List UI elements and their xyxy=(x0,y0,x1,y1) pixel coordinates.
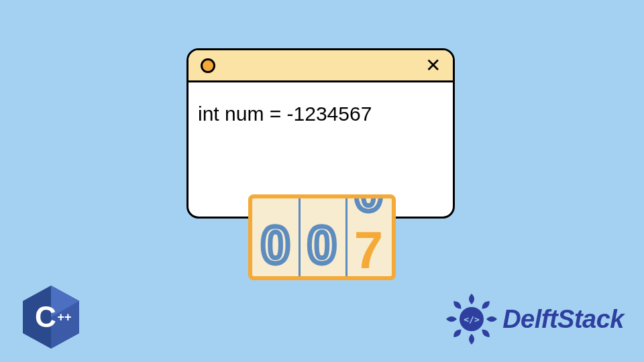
code-line: int num = -1234567 xyxy=(198,103,372,125)
cpp-logo-icon: C ++ xyxy=(23,286,79,349)
close-icon: ✕ xyxy=(425,56,441,75)
digit-counter: 0 0 0 7 xyxy=(248,194,396,280)
digit-value-outgoing: 0 xyxy=(345,198,392,219)
digit-value: 0 xyxy=(299,219,345,271)
traffic-light-icon xyxy=(201,58,215,73)
brand-logo-group: </> DelftStack xyxy=(445,292,624,346)
code-window: ✕ int num = -1234567 xyxy=(186,48,455,219)
window-titlebar: ✕ xyxy=(189,50,453,82)
digit-slot-1: 0 xyxy=(252,198,299,276)
digit-value: 0 xyxy=(252,219,299,271)
brand-name: DelftStack xyxy=(502,305,624,334)
digit-slot-2: 0 xyxy=(299,198,345,276)
cpp-plus: ++ xyxy=(57,310,71,324)
digit-slot-3: 0 7 xyxy=(345,198,392,276)
digit-value-incoming: 7 xyxy=(345,224,392,276)
cpp-letter: C xyxy=(35,300,56,333)
svg-text:</>: </> xyxy=(464,314,480,324)
delftstack-icon: </> xyxy=(445,292,498,346)
